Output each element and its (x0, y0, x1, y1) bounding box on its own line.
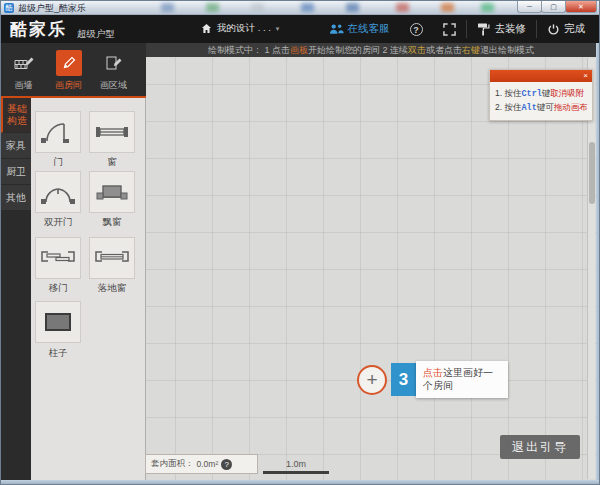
hint-highlight-doubleclick: 双击 (408, 45, 426, 55)
hint-highlight-canvas: 画板 (290, 45, 308, 55)
category-label: 家具 (6, 139, 26, 153)
item-double-door[interactable] (35, 171, 81, 213)
desktop-blur-blob (346, 3, 359, 12)
hint-highlight-rightkey: 右键 (462, 45, 480, 55)
item-label: 落地窗 (89, 282, 135, 295)
online-service-label: 在线客服 (348, 22, 390, 36)
decorate-label: 去装修 (495, 22, 527, 36)
window-frame (1, 480, 600, 485)
area-help-icon[interactable]: ? (221, 459, 232, 470)
brand-product-name: 超级户型 (77, 28, 115, 41)
app-window: 酷 超级户型_酷家乐 ─ ▢ ✕ 酷家乐 超级户型 我的设计 . . . ▾ 在… (0, 0, 600, 485)
item-window[interactable] (89, 111, 135, 153)
category-rail: 基础构造 家具 厨卫 其他 (1, 98, 31, 480)
window-title: 超级户型_酷家乐 (18, 2, 86, 14)
window-frame (596, 43, 600, 480)
desktop-blur-blob (206, 3, 219, 12)
hint-text: 或者点击 (426, 45, 462, 55)
item-label: 双开门 (35, 216, 81, 229)
question-icon: ? (410, 23, 423, 36)
guide-step-badge: 3 (391, 363, 416, 396)
scrollbar-thumb[interactable] (589, 142, 595, 204)
draw-wall-icon (11, 50, 37, 76)
power-icon (547, 23, 560, 36)
paint-roller-icon (477, 22, 491, 36)
tool-label: 画墙 (1, 79, 46, 92)
double-door-icon (38, 176, 78, 208)
item-sliding-door[interactable] (35, 237, 81, 279)
item-column[interactable] (35, 301, 81, 343)
fullscreen-button[interactable] (433, 15, 466, 43)
item-label: 移门 (35, 282, 81, 295)
tip-text: 1. 按住 (495, 88, 521, 98)
tool-draw-area[interactable]: 画区域 (91, 43, 136, 96)
brand-logo: 酷家乐 (10, 18, 67, 41)
hint-text: 开始绘制您的房间 2 连续 (308, 45, 408, 55)
my-design-menu[interactable]: 我的设计 . . . ▾ (201, 22, 279, 35)
item-door[interactable] (35, 111, 81, 153)
item-label: 门 (35, 156, 81, 169)
maximize-button[interactable]: ▢ (541, 1, 566, 13)
chevron-down-icon: ▾ (276, 25, 280, 33)
sliding-door-icon (38, 242, 78, 274)
desktop-blur-blob (301, 3, 314, 12)
draw-room-icon (56, 50, 82, 76)
floor-window-icon (92, 242, 132, 274)
window-titlebar: 酷 超级户型_酷家乐 ─ ▢ ✕ (1, 1, 600, 15)
shortcut-tip-box: × 1. 按住Ctrl键取消吸附 2. 按住Alt键可拖动画布 (489, 69, 593, 121)
category-basic-structure[interactable]: 基础构造 (1, 98, 31, 133)
fullscreen-icon (443, 23, 456, 36)
help-button[interactable]: ? (400, 15, 433, 43)
draw-area-icon (101, 50, 127, 76)
guide-tooltip: 点击这里画好一个房间 (416, 361, 508, 398)
column-icon (38, 306, 78, 338)
item-bay-window[interactable] (89, 171, 135, 213)
desktop-blur-blob (396, 3, 409, 12)
finish-label: 完成 (564, 22, 585, 36)
desktop-blur-blob (161, 3, 174, 12)
door-icon (38, 116, 78, 148)
category-label: 厨卫 (6, 165, 26, 179)
area-value: 0.0m² (197, 459, 219, 469)
tooltip-highlight: 点击 (423, 367, 443, 378)
tip-text: 2. 按住 (495, 102, 521, 112)
area-label: 套内面积： (151, 458, 194, 470)
tool-draw-wall[interactable]: 画墙 (1, 43, 46, 96)
close-icon[interactable]: × (583, 71, 588, 81)
category-label: 基础构造 (6, 103, 28, 127)
desktop-blur-blob (481, 3, 494, 12)
app-icon: 酷 (4, 3, 14, 13)
scale-bar (263, 471, 329, 474)
tip-key: Ctrl (521, 89, 541, 99)
tip-line-ctrl: 1. 按住Ctrl键取消吸附 (495, 87, 587, 101)
item-label: 柱子 (35, 347, 81, 360)
tip-line-alt: 2. 按住Alt键可拖动画布 (495, 101, 587, 115)
close-button[interactable]: ✕ (565, 1, 597, 13)
category-other[interactable]: 其他 (1, 185, 31, 211)
tool-draw-room[interactable]: 画房间 (46, 43, 91, 96)
decorate-button[interactable]: 去装修 (467, 15, 537, 43)
tool-label: 画房间 (46, 79, 91, 92)
finish-button[interactable]: 完成 (537, 15, 595, 43)
category-furniture[interactable]: 家具 (1, 133, 31, 159)
component-panel: 门 窗 双开门 飘窗 移门 落地窗 柱子 (31, 98, 146, 480)
tip-box-header: × (490, 70, 592, 82)
tool-label: 画区域 (91, 79, 136, 92)
item-floor-window[interactable] (89, 237, 135, 279)
tip-highlight: 取消吸附 (550, 88, 584, 98)
my-design-label: 我的设计 . . . (217, 22, 271, 35)
minimize-button[interactable]: ─ (517, 1, 542, 13)
home-icon (201, 23, 212, 34)
exit-guide-button[interactable]: 退出引导 (500, 435, 580, 459)
hint-text: 退出绘制模式 (480, 45, 534, 55)
customer-service-icon (329, 23, 344, 35)
add-room-target[interactable]: + (357, 365, 387, 395)
online-service-button[interactable]: 在线客服 (319, 15, 400, 43)
vertical-scrollbar[interactable] (587, 58, 595, 479)
tip-key: Alt (521, 103, 536, 113)
app-header: 酷家乐 超级户型 我的设计 . . . ▾ 在线客服 ? (1, 15, 600, 43)
draw-mode-hintbar: 绘制模式中： 1 点击画板开始绘制您的房间 2 连续双击或者点击右键退出绘制模式 (146, 43, 596, 57)
item-label: 窗 (89, 156, 135, 169)
category-label: 其他 (6, 191, 26, 205)
category-kitchen-bath[interactable]: 厨卫 (1, 159, 31, 185)
